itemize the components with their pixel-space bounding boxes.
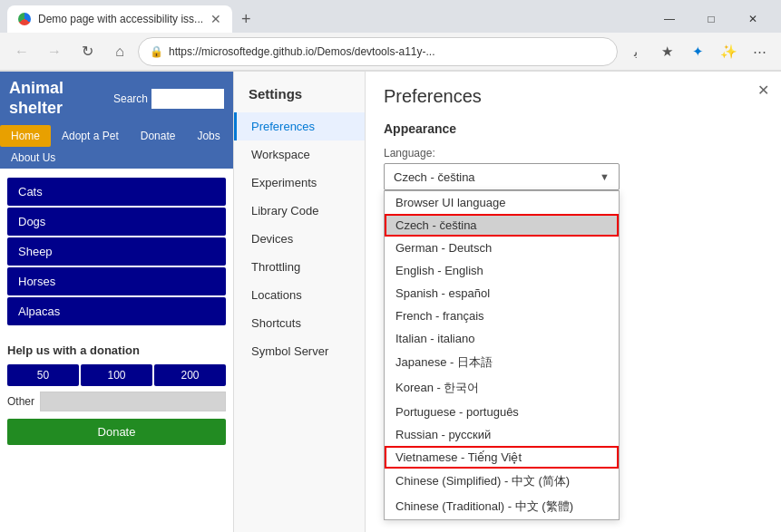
collections-button[interactable]: ✦ bbox=[683, 37, 712, 66]
lang-option-chinese-simplified[interactable]: Chinese (Simplified) - 中文 (简体) bbox=[385, 469, 619, 494]
lock-icon: 🔒 bbox=[150, 45, 163, 58]
list-item[interactable]: Dogs bbox=[7, 208, 226, 236]
address-text: https://microsoftedge.github.io/Demos/de… bbox=[169, 45, 606, 58]
donation-other-row: Other bbox=[7, 392, 226, 411]
browser-essentials-button[interactable]: ✨ bbox=[714, 37, 743, 66]
lang-option-chinese-traditional[interactable]: Chinese (Traditional) - 中文 (繁體) bbox=[385, 494, 619, 519]
donation-title: Help us with a donation bbox=[7, 343, 226, 357]
webpage-header: Animal shelter Search bbox=[0, 72, 233, 125]
donation-50-button[interactable]: 50 bbox=[7, 364, 79, 386]
webpage-panel: Animal shelter Search Home Adopt a Pet D… bbox=[0, 72, 233, 532]
lang-option-japanese[interactable]: Japanese - 日本語 bbox=[385, 350, 619, 375]
sidebar-item-devices[interactable]: Devices bbox=[234, 225, 365, 253]
site-title-line1: Animal bbox=[9, 79, 63, 99]
search-box: Search bbox=[113, 89, 224, 109]
nav-item-adopt[interactable]: Adopt a Pet bbox=[51, 125, 130, 147]
close-button[interactable]: ✕ bbox=[732, 5, 774, 33]
site-nav-menu: Home Adopt a Pet Donate Jobs About Us bbox=[0, 125, 233, 169]
sidebar-item-preferences[interactable]: Preferences bbox=[234, 112, 365, 140]
devtools-panel: Settings Preferences Workspace Experimen… bbox=[233, 72, 781, 532]
selected-language-text: Czech - čeština bbox=[394, 170, 475, 184]
search-input[interactable] bbox=[151, 89, 224, 109]
nav-item-home[interactable]: Home bbox=[0, 125, 51, 147]
devtools-sidebar: Settings Preferences Workspace Experimen… bbox=[234, 72, 366, 532]
language-dropdown-button[interactable]: Czech - čeština ▼ bbox=[384, 163, 620, 190]
nav-extras: ﺑ ★ ✦ ✨ ⋯ bbox=[621, 37, 774, 66]
tab-favicon bbox=[18, 13, 31, 25]
donate-button[interactable]: Donate bbox=[7, 419, 226, 445]
language-label: Language: bbox=[384, 147, 763, 160]
forward-button[interactable]: → bbox=[40, 37, 69, 66]
language-dropdown-container: Czech - čeština ▼ Browser UI language Cz… bbox=[384, 163, 763, 190]
new-tab-button[interactable]: + bbox=[236, 10, 257, 29]
tab-bar: Demo page with accessibility iss... ✕ + … bbox=[0, 0, 781, 33]
nav-item-donate[interactable]: Donate bbox=[130, 125, 187, 147]
lang-option-browser-ui[interactable]: Browser UI language bbox=[385, 191, 619, 214]
site-title-line2: shelter bbox=[9, 99, 63, 119]
lang-option-german[interactable]: German - Deutsch bbox=[385, 237, 619, 259]
tab-close-button[interactable]: ✕ bbox=[210, 12, 221, 26]
home-button[interactable]: ⌂ bbox=[105, 37, 134, 66]
sidebar-item-locations[interactable]: Locations bbox=[234, 281, 365, 309]
nav-item-jobs[interactable]: Jobs bbox=[186, 125, 230, 147]
lang-option-portuguese[interactable]: Portuguese - português bbox=[385, 401, 619, 423]
donation-other-input[interactable] bbox=[40, 392, 226, 411]
lang-option-spanish[interactable]: Spanish - español bbox=[385, 282, 619, 305]
search-label: Search bbox=[113, 92, 148, 105]
settings-menu-button[interactable]: ⋯ bbox=[745, 37, 774, 66]
donation-200-button[interactable]: 200 bbox=[154, 364, 226, 386]
animal-list: Cats Dogs Sheep Horses Alpacas bbox=[0, 169, 233, 334]
list-item[interactable]: Sheep bbox=[7, 237, 226, 266]
lang-option-italian[interactable]: Italian - italiano bbox=[385, 327, 619, 350]
devtools-title: Settings bbox=[234, 79, 365, 112]
maximize-button[interactable]: □ bbox=[690, 5, 732, 33]
nav-bar: ← → ↻ ⌂ 🔒 https://microsoftedge.github.i… bbox=[0, 33, 781, 71]
back-button[interactable]: ← bbox=[7, 37, 36, 66]
donation-100-button[interactable]: 100 bbox=[81, 364, 152, 386]
active-tab[interactable]: Demo page with accessibility iss... ✕ bbox=[7, 5, 232, 33]
list-item[interactable]: Horses bbox=[7, 267, 226, 295]
lang-option-english[interactable]: English - English bbox=[385, 259, 619, 282]
sidebar-item-workspace[interactable]: Workspace bbox=[234, 140, 365, 169]
refresh-button[interactable]: ↻ bbox=[73, 37, 102, 66]
nav-item-about[interactable]: About Us bbox=[0, 147, 66, 169]
settings-main: ✕ Preferences Appearance Language: Czech… bbox=[366, 72, 781, 532]
minimize-button[interactable]: — bbox=[649, 5, 690, 33]
settings-page-title: Preferences bbox=[384, 86, 763, 107]
site-title: Animal shelter bbox=[9, 79, 63, 118]
lang-option-czech[interactable]: Czech - čeština bbox=[385, 214, 619, 237]
list-item[interactable]: Cats bbox=[7, 178, 226, 206]
main-area: Animal shelter Search Home Adopt a Pet D… bbox=[0, 72, 781, 532]
lang-option-vietnamese[interactable]: Vietnamese - Tiếng Việt bbox=[385, 446, 619, 469]
dropdown-arrow-icon: ▼ bbox=[600, 171, 610, 182]
favorites-button[interactable]: ★ bbox=[652, 37, 681, 66]
sidebar-item-experiments[interactable]: Experiments bbox=[234, 169, 365, 197]
lang-option-korean[interactable]: Korean - 한국어 bbox=[385, 375, 619, 401]
language-row: Language: Czech - čeština ▼ Browser UI l… bbox=[384, 147, 763, 190]
donation-amounts: 50 100 200 bbox=[7, 364, 226, 386]
sidebar-item-shortcuts[interactable]: Shortcuts bbox=[234, 309, 365, 337]
list-item[interactable]: Alpacas bbox=[7, 297, 226, 325]
appearance-section-title: Appearance bbox=[384, 121, 763, 136]
settings-close-button[interactable]: ✕ bbox=[752, 79, 774, 101]
address-bar[interactable]: 🔒 https://microsoftedge.github.io/Demos/… bbox=[138, 37, 618, 66]
donation-other-label: Other bbox=[7, 395, 34, 408]
sidebar-item-symbol-server[interactable]: Symbol Server bbox=[234, 337, 365, 365]
nav-menu-items: Home Adopt a Pet Donate Jobs About Us bbox=[0, 125, 233, 169]
lang-option-french[interactable]: French - français bbox=[385, 305, 619, 327]
read-aloud-button[interactable]: ﺑ bbox=[621, 37, 650, 66]
sidebar-item-library-code[interactable]: Library Code bbox=[234, 197, 365, 225]
language-dropdown-list: Browser UI language Czech - čeština Germ… bbox=[384, 190, 620, 520]
sidebar-item-throttling[interactable]: Throttling bbox=[234, 253, 365, 281]
donation-section: Help us with a donation 50 100 200 Other… bbox=[0, 334, 233, 454]
window-controls: — □ ✕ bbox=[649, 5, 774, 33]
tab-title: Demo page with accessibility iss... bbox=[38, 13, 203, 25]
lang-option-russian[interactable]: Russian - русский bbox=[385, 423, 619, 446]
